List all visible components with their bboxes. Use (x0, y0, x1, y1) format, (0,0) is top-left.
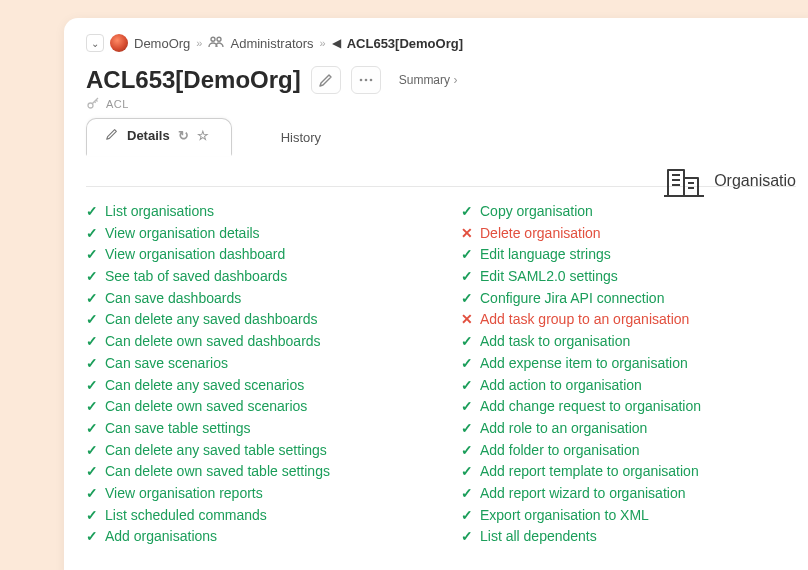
check-icon: ✓ (86, 396, 98, 418)
main-panel: ⌄ DemoOrg » Administrators » ◀ ACL653[De… (64, 18, 808, 570)
check-icon: ✓ (86, 418, 98, 440)
check-icon: ✓ (461, 244, 473, 266)
permission-item: ✓Can delete any saved scenarios (86, 375, 421, 397)
permission-item: ✓Export organisation to XML (461, 505, 796, 527)
permission-item: ✓Can delete own saved table settings (86, 461, 421, 483)
permission-item: ✓Add folder to organisation (461, 440, 796, 462)
permission-label: Edit SAML2.0 settings (480, 266, 618, 288)
permission-item: ✓List all dependents (461, 526, 796, 548)
permission-item: ✓See tab of saved dashboards (86, 266, 421, 288)
permission-item: ✓Add action to organisation (461, 375, 796, 397)
permission-item: ✓Can delete any saved table settings (86, 440, 421, 462)
permission-label: Can delete any saved dashboards (105, 309, 317, 331)
svg-rect-6 (668, 170, 684, 196)
edit-button[interactable] (311, 66, 341, 94)
permission-label: Add folder to organisation (480, 440, 640, 462)
org-icon (110, 34, 128, 52)
check-icon: ✓ (86, 201, 98, 223)
check-icon: ✓ (461, 505, 473, 527)
permission-item: ✓View organisation reports (86, 483, 421, 505)
permission-label: Add report template to organisation (480, 461, 699, 483)
permission-item: ✓Can save dashboards (86, 288, 421, 310)
check-icon: ✓ (461, 526, 473, 548)
permission-label: Can delete own saved table settings (105, 461, 330, 483)
permission-label: Can delete any saved scenarios (105, 375, 304, 397)
star-icon[interactable]: ☆ (197, 128, 209, 143)
check-icon: ✓ (461, 288, 473, 310)
permission-item: ✓Add report template to organisation (461, 461, 796, 483)
permission-item: ✓Add change request to organisation (461, 396, 796, 418)
permission-label: Can save table settings (105, 418, 251, 440)
breadcrumb-group[interactable]: Administrators (230, 36, 313, 51)
check-icon: ✓ (461, 418, 473, 440)
tab-details-label: Details (127, 128, 170, 143)
permission-label: Can delete own saved dashboards (105, 331, 321, 353)
permission-item: ✓Can delete own saved dashboards (86, 331, 421, 353)
permission-item: ✓Can save table settings (86, 418, 421, 440)
permission-item: ✓Configure Jira API connection (461, 288, 796, 310)
title-row: ACL653[DemoOrg] Summary (64, 60, 808, 96)
permission-label: Can save scenarios (105, 353, 228, 375)
permission-columns: ✓List organisations✓View organisation de… (86, 201, 796, 548)
permission-label: Delete organisation (480, 223, 601, 245)
group-icon (208, 36, 224, 51)
check-icon: ✓ (86, 244, 98, 266)
permission-label: List all dependents (480, 526, 597, 548)
breadcrumb-org[interactable]: DemoOrg (134, 36, 190, 51)
check-icon: ✓ (86, 461, 98, 483)
check-icon: ✓ (461, 461, 473, 483)
body: Organisatio ✓List organisations✓View org… (64, 186, 808, 548)
building-icon (664, 164, 704, 198)
breadcrumb-dropdown[interactable]: ⌄ (86, 34, 104, 52)
permission-item: ✕Add task group to an organisation (461, 309, 796, 331)
permission-label: Can delete any saved table settings (105, 440, 327, 462)
back-icon[interactable]: ◀ (332, 36, 341, 50)
permission-label: Can delete own saved scenarios (105, 396, 307, 418)
key-icon (86, 96, 100, 112)
check-icon: ✓ (461, 440, 473, 462)
check-icon: ✓ (461, 266, 473, 288)
chevron-right-icon: » (320, 37, 326, 49)
permission-item: ✓Add role to an organisation (461, 418, 796, 440)
check-icon: ✓ (86, 483, 98, 505)
cross-icon: ✕ (461, 309, 473, 331)
section-header: Organisatio (664, 164, 796, 198)
permission-label: Copy organisation (480, 201, 593, 223)
subtype-label: ACL (106, 98, 129, 110)
check-icon: ✓ (86, 526, 98, 548)
permission-label: Add action to organisation (480, 375, 642, 397)
breadcrumb-current: ACL653[DemoOrg] (347, 36, 463, 51)
svg-point-2 (359, 79, 362, 82)
permission-item: ✓View organisation details (86, 223, 421, 245)
permission-item: ✓Can delete any saved dashboards (86, 309, 421, 331)
permission-label: Add role to an organisation (480, 418, 647, 440)
tab-history[interactable]: History (262, 121, 344, 155)
permission-label: View organisation dashboard (105, 244, 285, 266)
more-button[interactable] (351, 66, 381, 94)
check-icon: ✓ (86, 440, 98, 462)
tab-details[interactable]: Details ↻ ☆ (86, 118, 232, 156)
permission-label: Edit language strings (480, 244, 611, 266)
permission-label: Export organisation to XML (480, 505, 649, 527)
permission-label: Add organisations (105, 526, 217, 548)
permission-label: Add expense item to organisation (480, 353, 688, 375)
permission-item: ✓Add report wizard to organisation (461, 483, 796, 505)
permission-item: ✓Add task to organisation (461, 331, 796, 353)
check-icon: ✓ (461, 396, 473, 418)
permission-label: See tab of saved dashboards (105, 266, 287, 288)
permission-label: Configure Jira API connection (480, 288, 664, 310)
subtype-row: ACL (64, 96, 808, 116)
check-icon: ✓ (461, 201, 473, 223)
permission-label: Add task group to an organisation (480, 309, 689, 331)
summary-link[interactable]: Summary (399, 73, 458, 87)
refresh-icon[interactable]: ↻ (178, 128, 189, 143)
svg-point-0 (211, 37, 215, 41)
permission-label: Can save dashboards (105, 288, 241, 310)
check-icon: ✓ (461, 331, 473, 353)
permission-label: View organisation reports (105, 483, 263, 505)
tab-history-label: History (281, 130, 321, 145)
permission-label: Add change request to organisation (480, 396, 701, 418)
check-icon: ✓ (86, 266, 98, 288)
section-label: Organisatio (714, 172, 796, 190)
permission-item: ✓List scheduled commands (86, 505, 421, 527)
